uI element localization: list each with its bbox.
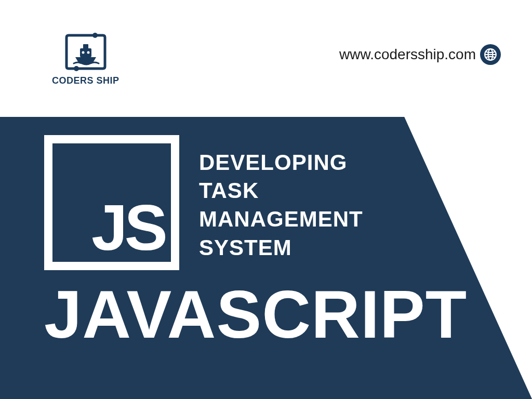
header-region: CODERS SHIP www.codersship.com [0, 0, 532, 117]
headline-line-1: DEVELOPING [199, 149, 363, 177]
js-logo-badge: JS [44, 135, 179, 270]
globe-icon [480, 44, 501, 65]
website-url-block: www.codersship.com [339, 44, 501, 65]
website-url: www.codersship.com [339, 46, 476, 63]
headline-line-4: SYSTEM [199, 234, 363, 262]
svg-point-4 [82, 51, 84, 54]
svg-rect-2 [80, 48, 91, 57]
svg-point-0 [92, 33, 98, 38]
hero-content: JS DEVELOPING TASK MANAGEMENT SYSTEM JAV… [0, 135, 532, 348]
brand-name: CODERS SHIP [52, 75, 119, 86]
js-logo-text: JS [91, 195, 165, 260]
svg-point-5 [87, 51, 89, 54]
svg-rect-3 [83, 44, 88, 49]
headline-line-2: TASK [199, 177, 363, 205]
svg-point-1 [74, 66, 79, 71]
hero-top-row: JS DEVELOPING TASK MANAGEMENT SYSTEM [44, 135, 532, 270]
headline-line-3: MANAGEMENT [199, 205, 363, 234]
headline-group: DEVELOPING TASK MANAGEMENT SYSTEM [199, 135, 363, 270]
main-title: JAVASCRIPT [44, 281, 532, 348]
brand-logo-block: CODERS SHIP [52, 31, 119, 86]
ship-logo-icon [62, 31, 109, 73]
